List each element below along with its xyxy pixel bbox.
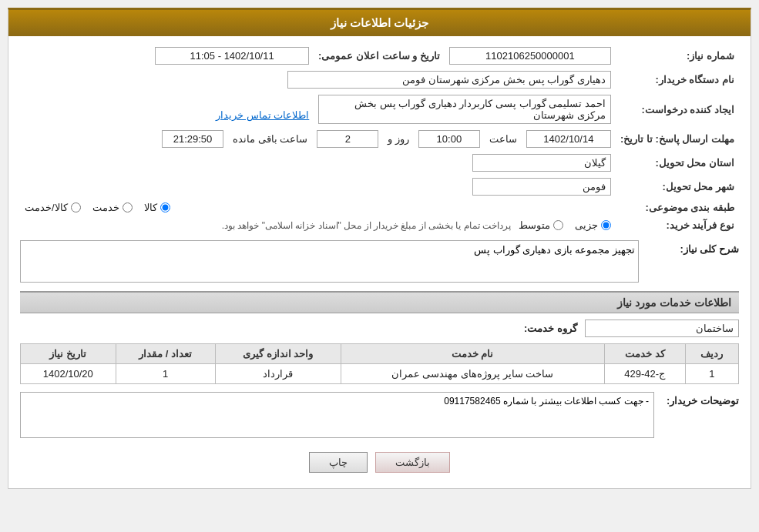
requester-label: ایجاد کننده درخواست:	[616, 92, 739, 127]
col-name: نام خدمت	[341, 344, 604, 364]
back-button[interactable]: بازگشت	[375, 452, 450, 473]
cell-code: ج-42-429	[604, 364, 685, 384]
buyer-notes-textarea[interactable]	[20, 392, 654, 438]
col-qty: تعداد / مقدار	[116, 344, 215, 364]
response-remain-label: ساعت باقی مانده	[233, 133, 307, 145]
button-bar: بازگشت چاپ	[20, 452, 739, 473]
province-value: گیلان	[472, 154, 611, 172]
buyer-org-value: دهیاری گوراب پس بخش مرکزی شهرستان فومن	[287, 71, 611, 89]
purchase-option-2-label: متوسط	[519, 219, 550, 231]
need-number-value: 1102106250000001	[449, 47, 611, 65]
table-row: 1ج-42-429ساخت سایر پروژه‌های مهندسی عمرا…	[21, 364, 739, 384]
date-value: 1402/10/11 - 11:05	[155, 47, 309, 65]
buyer-notes-label: توضیحات خریدار:	[662, 392, 739, 407]
category-radio-1[interactable]	[160, 202, 170, 212]
col-unit: واحد اندازه گیری	[215, 344, 341, 364]
city-value: فومن	[472, 178, 611, 196]
purchase-type-label: نوع فرآیند خرید:	[616, 216, 739, 234]
need-desc-textarea[interactable]	[20, 240, 639, 283]
cell-row: 1	[685, 364, 738, 384]
col-code: کد خدمت	[604, 344, 685, 364]
group-value: ساختمان	[585, 320, 739, 337]
category-radio-2[interactable]	[123, 202, 133, 212]
page-title: جزئیات اطلاعات نیاز	[8, 10, 751, 36]
purchase-radio-2[interactable]	[553, 220, 563, 230]
purchase-option-1-label: جزیی	[575, 219, 598, 231]
category-option-2[interactable]: خدمت	[92, 202, 133, 213]
contact-link[interactable]: اطلاعات تماس خریدار	[216, 109, 309, 121]
response-deadline-label: مهلت ارسال پاسخ: تا تاریخ:	[616, 127, 739, 151]
city-label: شهر محل تحویل:	[616, 175, 739, 199]
purchase-note: پرداخت تمام یا بخشی از مبلغ خریدار از مح…	[222, 220, 511, 231]
purchase-radio-1[interactable]	[601, 220, 611, 230]
province-label: استان محل تحویل:	[616, 151, 739, 175]
response-date: 1402/10/14	[526, 130, 611, 148]
cell-date: 1402/10/20	[21, 364, 116, 384]
cell-name: ساخت سایر پروژه‌های مهندسی عمران	[341, 364, 604, 384]
category-option-3-label: کالا/خدمت	[25, 202, 68, 213]
print-button[interactable]: چاپ	[309, 452, 368, 473]
category-label: طبقه بندی موضوعی:	[616, 199, 739, 216]
need-desc-label: شرح کلی نیاز:	[646, 240, 739, 255]
category-option-2-label: خدمت	[92, 202, 119, 213]
cell-qty: 1	[116, 364, 215, 384]
buyer-org-label: نام دستگاه خریدار:	[616, 68, 739, 92]
response-time-label: ساعت	[489, 133, 517, 145]
response-time: 10:00	[418, 130, 480, 148]
requester-value: احمد تسلیمی گوراب پسی کاربردار دهیاری گو…	[318, 95, 611, 124]
group-label: گروه خدمت:	[524, 323, 577, 334]
category-option-1-label: کالا	[144, 202, 157, 213]
cell-unit: قرارداد	[215, 364, 341, 384]
services-table: ردیف کد خدمت نام خدمت واحد اندازه گیری ت…	[20, 343, 739, 384]
date-label: تاریخ و ساعت اعلان عمومی:	[314, 44, 445, 68]
col-date: تاریخ نیاز	[21, 344, 116, 364]
col-row: ردیف	[685, 344, 738, 364]
purchase-option-2[interactable]: متوسط	[519, 219, 563, 231]
response-days: 2	[317, 130, 378, 148]
services-section-header: اطلاعات خدمات مورد نیاز	[20, 291, 739, 313]
category-option-3[interactable]: کالا/خدمت	[25, 202, 81, 213]
need-number-label: شماره نیاز:	[616, 44, 739, 68]
purchase-option-1[interactable]: جزیی	[575, 219, 611, 231]
category-option-1[interactable]: کالا	[144, 202, 170, 213]
response-remain: 21:29:50	[162, 130, 223, 148]
response-day-label: روز و	[388, 133, 409, 145]
category-radio-3[interactable]	[71, 202, 81, 212]
